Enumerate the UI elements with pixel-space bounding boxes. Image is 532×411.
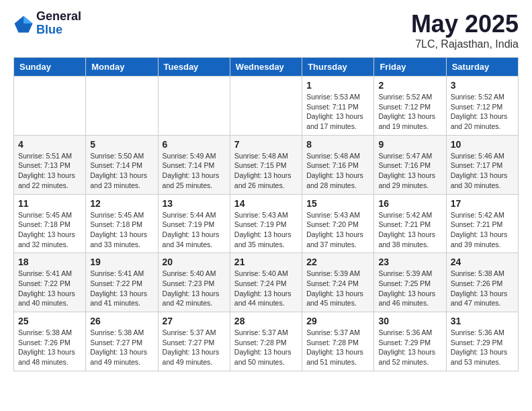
day-info: Sunrise: 5:37 AM Sunset: 7:28 PM Dayligh… — [306, 328, 369, 367]
page: General Blue May 2025 7LC, Rajasthan, In… — [0, 0, 532, 381]
calendar-cell: 8Sunrise: 5:48 AM Sunset: 7:16 PM Daylig… — [302, 135, 374, 194]
day-number: 15 — [306, 198, 369, 209]
week-row-4: 18Sunrise: 5:41 AM Sunset: 7:22 PM Dayli… — [14, 253, 519, 312]
day-number: 14 — [234, 198, 298, 209]
calendar-cell: 19Sunrise: 5:41 AM Sunset: 7:22 PM Dayli… — [86, 253, 158, 312]
calendar-cell: 1Sunrise: 5:53 AM Sunset: 7:11 PM Daylig… — [302, 77, 374, 136]
calendar-cell: 24Sunrise: 5:38 AM Sunset: 7:26 PM Dayli… — [446, 253, 518, 312]
header-row: SundayMondayTuesdayWednesdayThursdayFrid… — [14, 58, 519, 77]
calendar-cell: 22Sunrise: 5:39 AM Sunset: 7:24 PM Dayli… — [302, 253, 374, 312]
day-info: Sunrise: 5:45 AM Sunset: 7:18 PM Dayligh… — [90, 210, 153, 250]
day-number: 3 — [451, 80, 514, 91]
day-number: 7 — [234, 139, 298, 150]
day-number: 2 — [378, 80, 441, 91]
calendar-cell: 15Sunrise: 5:43 AM Sunset: 7:20 PM Dayli… — [302, 194, 374, 253]
header-day-tuesday: Tuesday — [158, 58, 230, 77]
calendar-cell: 3Sunrise: 5:52 AM Sunset: 7:12 PM Daylig… — [446, 77, 518, 136]
day-number: 20 — [163, 257, 226, 267]
header-day-friday: Friday — [374, 58, 446, 77]
day-number: 1 — [306, 80, 369, 91]
day-number: 24 — [451, 257, 514, 267]
day-number: 13 — [163, 198, 226, 209]
calendar-cell: 7Sunrise: 5:48 AM Sunset: 7:15 PM Daylig… — [230, 135, 302, 194]
day-info: Sunrise: 5:39 AM Sunset: 7:24 PM Dayligh… — [306, 269, 369, 308]
day-number: 18 — [18, 257, 81, 267]
day-number: 10 — [451, 139, 514, 150]
calendar-cell: 10Sunrise: 5:46 AM Sunset: 7:17 PM Dayli… — [446, 135, 518, 194]
calendar-cell: 21Sunrise: 5:40 AM Sunset: 7:24 PM Dayli… — [230, 253, 302, 312]
day-number: 28 — [234, 316, 298, 326]
week-row-5: 25Sunrise: 5:38 AM Sunset: 7:26 PM Dayli… — [14, 312, 519, 371]
day-info: Sunrise: 5:36 AM Sunset: 7:29 PM Dayligh… — [378, 328, 441, 367]
calendar-cell: 26Sunrise: 5:38 AM Sunset: 7:27 PM Dayli… — [86, 312, 158, 371]
logo-general: General — [36, 10, 81, 24]
header-day-sunday: Sunday — [14, 58, 86, 77]
location-subtitle: 7LC, Rajasthan, India — [411, 38, 519, 50]
week-row-2: 4Sunrise: 5:51 AM Sunset: 7:13 PM Daylig… — [14, 135, 519, 194]
day-info: Sunrise: 5:42 AM Sunset: 7:21 PM Dayligh… — [451, 210, 514, 250]
day-number: 23 — [378, 257, 441, 267]
day-number: 16 — [378, 198, 441, 209]
calendar-cell: 11Sunrise: 5:45 AM Sunset: 7:18 PM Dayli… — [14, 194, 86, 253]
day-number: 30 — [378, 316, 441, 326]
header-day-saturday: Saturday — [446, 58, 518, 77]
day-info: Sunrise: 5:38 AM Sunset: 7:27 PM Dayligh… — [90, 328, 153, 367]
day-number: 12 — [90, 198, 153, 209]
day-number: 25 — [18, 316, 81, 326]
day-info: Sunrise: 5:48 AM Sunset: 7:16 PM Dayligh… — [306, 151, 369, 191]
day-number: 6 — [163, 139, 226, 150]
day-info: Sunrise: 5:36 AM Sunset: 7:29 PM Dayligh… — [451, 328, 514, 367]
calendar-cell: 23Sunrise: 5:39 AM Sunset: 7:25 PM Dayli… — [374, 253, 446, 312]
day-number: 22 — [306, 257, 369, 267]
calendar-cell: 4Sunrise: 5:51 AM Sunset: 7:13 PM Daylig… — [14, 135, 86, 194]
calendar-cell: 25Sunrise: 5:38 AM Sunset: 7:26 PM Dayli… — [14, 312, 86, 371]
day-info: Sunrise: 5:50 AM Sunset: 7:14 PM Dayligh… — [90, 151, 153, 191]
day-number: 27 — [163, 316, 226, 326]
day-info: Sunrise: 5:39 AM Sunset: 7:25 PM Dayligh… — [378, 269, 441, 308]
calendar-cell: 29Sunrise: 5:37 AM Sunset: 7:28 PM Dayli… — [302, 312, 374, 371]
day-info: Sunrise: 5:42 AM Sunset: 7:21 PM Dayligh… — [378, 210, 441, 250]
day-number: 11 — [18, 198, 81, 209]
calendar-header: SundayMondayTuesdayWednesdayThursdayFrid… — [14, 58, 519, 77]
day-number: 8 — [306, 139, 369, 150]
day-info: Sunrise: 5:38 AM Sunset: 7:26 PM Dayligh… — [451, 269, 514, 308]
calendar-cell — [158, 77, 230, 136]
svg-marker-2 — [24, 16, 33, 24]
day-info: Sunrise: 5:38 AM Sunset: 7:26 PM Dayligh… — [18, 328, 81, 367]
day-number: 9 — [378, 139, 441, 150]
calendar-cell: 13Sunrise: 5:44 AM Sunset: 7:19 PM Dayli… — [158, 194, 230, 253]
day-number: 26 — [90, 316, 153, 326]
calendar-cell: 27Sunrise: 5:37 AM Sunset: 7:27 PM Dayli… — [158, 312, 230, 371]
day-info: Sunrise: 5:40 AM Sunset: 7:23 PM Dayligh… — [163, 269, 226, 308]
calendar-cell: 14Sunrise: 5:43 AM Sunset: 7:19 PM Dayli… — [230, 194, 302, 253]
header-day-thursday: Thursday — [302, 58, 374, 77]
day-number: 29 — [306, 316, 369, 326]
calendar-cell: 16Sunrise: 5:42 AM Sunset: 7:21 PM Dayli… — [374, 194, 446, 253]
week-row-1: 1Sunrise: 5:53 AM Sunset: 7:11 PM Daylig… — [14, 77, 519, 136]
calendar-body: 1Sunrise: 5:53 AM Sunset: 7:11 PM Daylig… — [14, 77, 519, 371]
day-info: Sunrise: 5:52 AM Sunset: 7:12 PM Dayligh… — [378, 92, 441, 132]
day-number: 21 — [234, 257, 298, 267]
day-number: 4 — [18, 139, 81, 150]
day-info: Sunrise: 5:52 AM Sunset: 7:12 PM Dayligh… — [451, 92, 514, 132]
logo-blue: Blue — [36, 24, 81, 37]
logo: General Blue — [13, 10, 81, 37]
calendar-cell — [230, 77, 302, 136]
day-number: 19 — [90, 257, 153, 267]
day-info: Sunrise: 5:46 AM Sunset: 7:17 PM Dayligh… — [451, 151, 514, 191]
day-info: Sunrise: 5:49 AM Sunset: 7:14 PM Dayligh… — [163, 151, 226, 191]
day-info: Sunrise: 5:47 AM Sunset: 7:16 PM Dayligh… — [378, 151, 441, 191]
day-info: Sunrise: 5:43 AM Sunset: 7:19 PM Dayligh… — [234, 210, 298, 250]
calendar-cell: 2Sunrise: 5:52 AM Sunset: 7:12 PM Daylig… — [374, 77, 446, 136]
day-info: Sunrise: 5:37 AM Sunset: 7:28 PM Dayligh… — [234, 328, 298, 367]
logo-icon — [13, 13, 34, 34]
week-row-3: 11Sunrise: 5:45 AM Sunset: 7:18 PM Dayli… — [14, 194, 519, 253]
day-info: Sunrise: 5:48 AM Sunset: 7:15 PM Dayligh… — [234, 151, 298, 191]
day-info: Sunrise: 5:51 AM Sunset: 7:13 PM Dayligh… — [18, 151, 81, 191]
calendar-cell — [14, 77, 86, 136]
calendar-cell: 17Sunrise: 5:42 AM Sunset: 7:21 PM Dayli… — [446, 194, 518, 253]
month-title: May 2025 — [411, 10, 519, 38]
day-info: Sunrise: 5:37 AM Sunset: 7:27 PM Dayligh… — [163, 328, 226, 367]
day-info: Sunrise: 5:53 AM Sunset: 7:11 PM Dayligh… — [306, 92, 369, 132]
calendar-cell: 31Sunrise: 5:36 AM Sunset: 7:29 PM Dayli… — [446, 312, 518, 371]
